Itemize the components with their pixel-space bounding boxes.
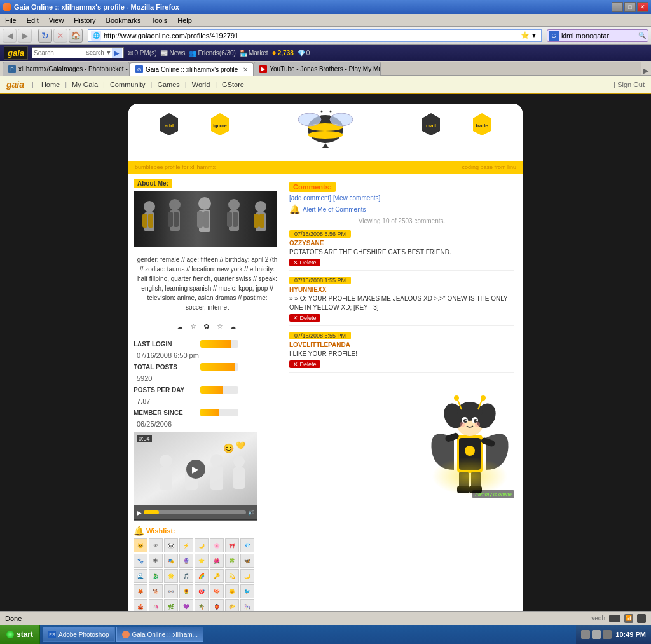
search-submit-button[interactable]: ▶ xyxy=(112,48,122,58)
wishlist-item[interactable]: ⚡ xyxy=(179,538,193,552)
svg-point-51 xyxy=(233,456,245,467)
menu-edit[interactable]: Edit xyxy=(24,15,41,25)
add-comment-link[interactable]: [add comment] xyxy=(289,195,331,202)
market-button[interactable]: 🏪 Market xyxy=(240,50,268,57)
wishlist-item[interactable]: 🦊 xyxy=(134,584,147,598)
pm-button[interactable]: ✉ 0 PM(s) xyxy=(128,50,156,57)
site-logo: gaia xyxy=(6,79,24,90)
menu-help[interactable]: Help xyxy=(175,15,195,25)
tab-gaia[interactable]: G Gaia Online :: xlilhammx's profile ✕ xyxy=(130,62,254,76)
menu-history[interactable]: History xyxy=(71,15,98,25)
search-input[interactable] xyxy=(560,32,636,39)
minimize-button[interactable]: _ xyxy=(612,2,623,12)
wishlist-item[interactable]: 🌟 xyxy=(164,569,178,583)
wishlist-item[interactable]: 🌻 xyxy=(179,584,193,598)
wishlist-item[interactable]: 🎵 xyxy=(179,569,193,583)
comment-username-3[interactable]: LOVELITTLEPANDA xyxy=(289,341,514,348)
refresh-button[interactable]: ↻ xyxy=(38,29,52,43)
new-tab-button[interactable]: ▶ xyxy=(641,67,651,76)
wishlist-item[interactable]: 🐕 xyxy=(149,584,163,598)
nav-games[interactable]: Games xyxy=(153,79,183,90)
wishlist-item[interactable]: 💫 xyxy=(225,569,239,583)
wishlist-item[interactable]: 🦄 xyxy=(149,599,163,611)
wishlist-item[interactable]: 🐉 xyxy=(149,569,163,583)
delete-button-2[interactable]: ✕ Delete xyxy=(289,314,320,322)
home-button[interactable]: 🏠 xyxy=(69,29,83,43)
video-progress[interactable] xyxy=(144,510,246,514)
wishlist-item[interactable]: 🌙 xyxy=(195,538,209,552)
tab-youtube[interactable]: ▶ YouTube - Jonas Brothers - Play My Mu.… xyxy=(254,62,381,76)
wishlist-item[interactable]: 🏮 xyxy=(210,599,224,611)
video-play-ctrl[interactable]: ▶ xyxy=(137,509,142,516)
menu-file[interactable]: File xyxy=(3,15,19,25)
ignore-button[interactable]: ignore xyxy=(211,113,229,135)
wishlist-item[interactable]: 🎪 xyxy=(134,599,147,611)
trade-button[interactable]: trade xyxy=(473,113,491,135)
wishlist-item[interactable]: 🌈 xyxy=(195,569,209,583)
tab-photobucket[interactable]: P xlilhammx/GaiaImages - Photobucket - .… xyxy=(3,62,130,76)
close-button[interactable]: ✕ xyxy=(637,2,648,12)
wishlist-item[interactable]: 🎯 xyxy=(195,584,209,598)
wishlist-item[interactable]: 🕷 xyxy=(149,554,163,568)
menu-bookmarks[interactable]: Bookmarks xyxy=(104,15,144,25)
menu-tools[interactable]: Tools xyxy=(149,15,170,25)
comment-username-2[interactable]: HYUNNIEXX xyxy=(289,286,514,293)
wishlist-item[interactable]: ⭐ xyxy=(195,554,209,568)
wishlist-item[interactable]: 🐾 xyxy=(134,554,147,568)
sign-out-link[interactable]: | Sign Out xyxy=(613,81,645,88)
wishlist-item[interactable]: 🌺 xyxy=(210,554,224,568)
nav-home[interactable]: Home xyxy=(38,79,64,90)
wishlist-item[interactable]: 🦋 xyxy=(240,554,254,568)
menu-view[interactable]: View xyxy=(46,15,67,25)
video-play-button[interactable]: ▶ xyxy=(186,460,205,479)
comment-username-1[interactable]: OZZYSANE xyxy=(289,240,514,247)
wishlist-item[interactable]: 🔮 xyxy=(179,554,193,568)
tab-close-gaia[interactable]: ✕ xyxy=(243,66,248,73)
wishlist-item[interactable]: 👓 xyxy=(164,584,178,598)
last-login-bar xyxy=(200,340,238,348)
alert-me-row[interactable]: 🔔 Alert Me of Comments xyxy=(289,204,514,214)
wishlist-item[interactable]: 🐼 xyxy=(164,538,178,552)
wishlist-item[interactable]: 👁 xyxy=(149,538,163,552)
news-button[interactable]: 📰 News xyxy=(160,50,185,57)
wishlist-item[interactable]: 🔑 xyxy=(210,569,224,583)
forward-button[interactable]: ▶ xyxy=(18,29,32,43)
back-button[interactable]: ◀ xyxy=(3,29,17,43)
add-button[interactable]: add xyxy=(160,113,178,135)
start-button[interactable]: start xyxy=(0,625,40,644)
nav-gstore[interactable]: GStore xyxy=(218,79,248,90)
svg-rect-46 xyxy=(160,467,172,490)
wishlist-item[interactable]: 🌞 xyxy=(225,584,239,598)
maximize-button[interactable]: □ xyxy=(624,2,636,12)
view-comments-link[interactable]: [view comments] xyxy=(333,195,380,202)
wishlist-item[interactable]: 🍄 xyxy=(210,584,224,598)
wishlist-item[interactable]: 💎 xyxy=(240,538,254,552)
wishlist-item[interactable]: 🌸 xyxy=(210,538,224,552)
wishlist-item[interactable]: 🌊 xyxy=(134,569,147,583)
mail-button[interactable]: mail xyxy=(422,113,440,135)
stop-button[interactable]: ✕ xyxy=(53,29,67,43)
friends-button[interactable]: 👥 Friends(6/30) xyxy=(189,50,235,57)
taskbar-task-photoshop[interactable]: PS Adobe Photoshop xyxy=(43,627,115,642)
wishlist-item[interactable]: 🐱 xyxy=(134,538,147,552)
gaia-search-input[interactable] xyxy=(34,48,85,58)
url-display[interactable]: http://www.gaiaonline.com/profiles/41927… xyxy=(104,32,518,39)
wishlist-item[interactable]: 🌙 xyxy=(240,569,254,583)
wishlist-item[interactable]: 🌿 xyxy=(164,599,178,611)
wishlist-item[interactable]: 🌮 xyxy=(225,599,239,611)
wishlist-item[interactable]: 🍀 xyxy=(225,554,239,568)
wishlist-item[interactable]: 🎭 xyxy=(164,554,178,568)
wishlist-item[interactable]: 💜 xyxy=(179,599,193,611)
video-volume[interactable]: 🔊 xyxy=(248,510,254,516)
taskbar-task-gaia[interactable]: Gaia Online :: xlilham... xyxy=(116,627,203,642)
wishlist-item[interactable]: 🐦 xyxy=(240,584,254,598)
nav-world[interactable]: World xyxy=(188,79,214,90)
delete-button-1[interactable]: ✕ Delete xyxy=(289,259,320,266)
nav-mygaia[interactable]: My Gaia xyxy=(68,79,102,90)
wishlist-item[interactable]: 🌴 xyxy=(195,599,209,611)
gaia-search-button[interactable]: Search xyxy=(85,50,106,56)
nav-community[interactable]: Community xyxy=(106,79,149,90)
wishlist-item[interactable]: 🎀 xyxy=(225,538,239,552)
wishlist-item[interactable]: 🎠 xyxy=(240,599,254,611)
delete-button-3[interactable]: ✕ Delete xyxy=(289,360,320,368)
